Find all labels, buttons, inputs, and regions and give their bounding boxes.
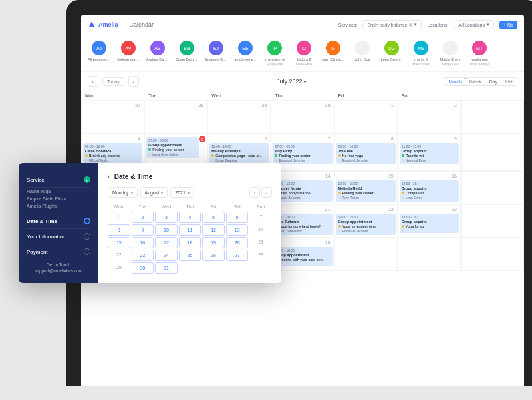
view-list[interactable]: List <box>501 78 517 85</box>
calendar-cell[interactable]: 1 <box>334 100 398 134</box>
mini-day[interactable]: 19 <box>202 237 225 248</box>
view-month[interactable]: Month <box>444 77 466 86</box>
mini-day[interactable]: 15 <box>108 237 130 248</box>
employee-chip[interactable]: I2Isidora 2Lexie Erne <box>293 41 315 66</box>
calendar-event[interactable]: 09:00 - 10:00 Lane Julianne Yoga for cor… <box>273 214 332 234</box>
calendar-cell[interactable]: 30 <box>271 100 334 134</box>
calendar-cell[interactable] <box>398 238 461 271</box>
employee-chip[interactable]: M3marija 3Mike Sober <box>410 41 432 66</box>
step-datetime[interactable]: Date & Time <box>27 214 90 229</box>
mini-day[interactable]: 11 <box>179 224 201 236</box>
mini-day[interactable]: 2 <box>132 212 154 223</box>
locations-select[interactable]: All Locations▾ <box>454 20 494 29</box>
event-title: Group appointment <box>275 253 330 258</box>
calendar-cell[interactable]: 27 <box>81 100 144 134</box>
employee-chip[interactable]: AVAleksandar ... <box>117 41 140 66</box>
mini-day[interactable]: 30 <box>132 262 154 274</box>
employee-chip[interactable]: EJEmanuel Beatrice <box>205 41 227 66</box>
calendar-event[interactable]: 12:00 - 15:00 Group appointment Yoga for… <box>336 214 396 234</box>
weekday-header: Wed <box>207 91 271 100</box>
employee-chip[interactable]: BBBojan Beatrice <box>176 41 198 66</box>
year-select[interactable]: 2021▾ <box>170 187 194 198</box>
calendar-event[interactable]: 14:00 - 18: Group appoint Compassio Lena… <box>400 180 459 201</box>
back-icon[interactable]: ‹ <box>108 172 110 180</box>
employee-chip[interactable]: EEemployee e... <box>234 41 257 66</box>
mini-day[interactable]: 10 <box>155 224 178 236</box>
calendar-cell[interactable] <box>334 238 398 271</box>
calendar-cell[interactable]: 808:00 - 14:00 Joi Elsie No fear yoga Em… <box>334 134 398 171</box>
calendar-cell[interactable]: 1614:00 - 18: Group appoint Compassio Le… <box>398 171 461 204</box>
calendar-cell[interactable]: 2212:00 - 15:00 Group appointment Yoga f… <box>334 204 398 238</box>
employee-chip[interactable]: John Doe <box>351 41 374 66</box>
calendar-cell[interactable]: 1512:00 - 15:00 Melinda Redd Finding you… <box>334 171 398 204</box>
view-week[interactable]: Week <box>466 78 485 85</box>
calendar-cell[interactable] <box>461 171 524 204</box>
mini-day[interactable]: 26 <box>202 250 225 261</box>
calendar-cell[interactable]: 911:00 - 15:00 Group appoint Reunite wit… <box>398 134 461 171</box>
mini-prev-button[interactable]: ‹ <box>249 187 260 198</box>
mini-next-button[interactable]: › <box>261 187 272 198</box>
employee-chip[interactable]: MTmarija testMoys Tebroy <box>468 41 491 66</box>
mini-day[interactable]: 31 <box>155 262 178 274</box>
chip-sublabel: Lexie Erne <box>293 62 315 66</box>
step-payment[interactable]: Payment <box>27 244 90 259</box>
mini-day[interactable]: 18 <box>179 237 201 248</box>
mini-day[interactable]: 3 <box>155 212 178 223</box>
calendar-event[interactable]: 10:00 - 13:00 Lyndsey Nonie Brain body b… <box>273 180 332 201</box>
mini-day[interactable]: 25 <box>179 250 201 261</box>
step-service[interactable]: Service ✓ <box>27 172 90 188</box>
calendar-cell[interactable]: 28 <box>144 100 207 134</box>
calendar-event[interactable]: 07:00 - 09:00 Issy Patty Finding your ce… <box>273 143 332 164</box>
employee-chip[interactable]: Marija EmmiMarija Tess <box>439 41 462 66</box>
mini-day[interactable]: 24 <box>155 250 178 261</box>
employee-chip[interactable]: IPime prezimeEmily Erne <box>263 41 286 66</box>
calendar-event[interactable]: 08:00 - 14:00 Joi Elsie No fear yoga Ema… <box>336 143 396 164</box>
calendar-event[interactable]: 13:00 - 16: Group appoint Yoga for yo <box>400 214 459 233</box>
employee-chip[interactable]: ABAndrea Barber <box>146 41 169 66</box>
calendar-event[interactable]: 09:00 - 12:00 Callie Boniface Brain body… <box>83 143 142 164</box>
mini-day[interactable]: 17 <box>155 237 178 248</box>
calendar-event[interactable]: 07:00 - 09:00 Group appointment Finding … <box>146 137 199 158</box>
services-select[interactable]: Brain body balance▾ <box>362 20 422 29</box>
mini-day[interactable]: 12 <box>202 224 225 236</box>
mini-day[interactable]: 23 <box>132 250 154 261</box>
next-button[interactable]: › <box>128 76 139 87</box>
employee-chip[interactable]: LGLena Gwen... <box>380 41 403 66</box>
mini-day[interactable]: 4 <box>179 212 201 223</box>
event-title: Group appoint <box>402 186 457 191</box>
today-button[interactable]: Today <box>102 77 124 86</box>
mini-day[interactable]: 8 <box>108 224 130 236</box>
mini-day[interactable]: 16 <box>132 237 154 248</box>
mini-day[interactable]: 13 <box>226 224 249 236</box>
avatar: BB <box>180 41 194 55</box>
recurrence-select[interactable]: Monthly▾ <box>108 187 138 198</box>
month-label[interactable]: July 2022 ▾ <box>277 78 306 85</box>
calendar-cell[interactable] <box>461 238 524 271</box>
mini-day[interactable]: 20 <box>226 237 249 248</box>
chip-label: Emanuel Beatrice <box>205 57 227 61</box>
employee-chip[interactable]: AllAll employees <box>88 41 110 66</box>
step-information[interactable]: Your Information <box>27 229 90 244</box>
view-day[interactable]: Day <box>485 78 501 85</box>
month-select[interactable]: August▾ <box>140 187 168 198</box>
calendar-cell[interactable] <box>461 100 524 134</box>
new-button[interactable]: + Ne <box>499 21 517 29</box>
calendar-cell[interactable]: 29 <box>207 100 271 134</box>
calendar-event[interactable]: 17:00 - 18:00 Group appointment Reunite … <box>273 247 332 266</box>
chip-label: Aleksandar ... <box>117 57 140 61</box>
day-number: 4 <box>83 136 142 142</box>
mini-day[interactable]: 5 <box>202 212 225 223</box>
calendar-cell[interactable]: 2313:00 - 16: Group appoint Yoga for yo <box>398 204 461 238</box>
mini-day[interactable]: 27 <box>226 250 249 261</box>
calendar-event[interactable]: 12:00 - 15:00 Melinda Redd Finding your … <box>336 180 396 201</box>
prev-button[interactable]: ‹ <box>88 76 98 87</box>
mini-day[interactable]: 9 <box>132 224 154 236</box>
calendar-cell[interactable]: 2 <box>398 100 461 134</box>
calendar-cell[interactable] <box>461 204 524 238</box>
calendar-cell[interactable] <box>461 134 524 171</box>
employee-chip[interactable]: IZIvan Zdravk... <box>322 41 344 66</box>
calendar-event[interactable]: 12:00 - 14:00 Melany Amethyst Compassion… <box>209 143 269 164</box>
mini-day[interactable]: 6 <box>226 212 249 223</box>
calendar-event[interactable]: 11:00 - 15:00 Group appoint Reunite wit … <box>400 143 459 164</box>
brand-logo[interactable]: Amelia <box>88 21 118 29</box>
